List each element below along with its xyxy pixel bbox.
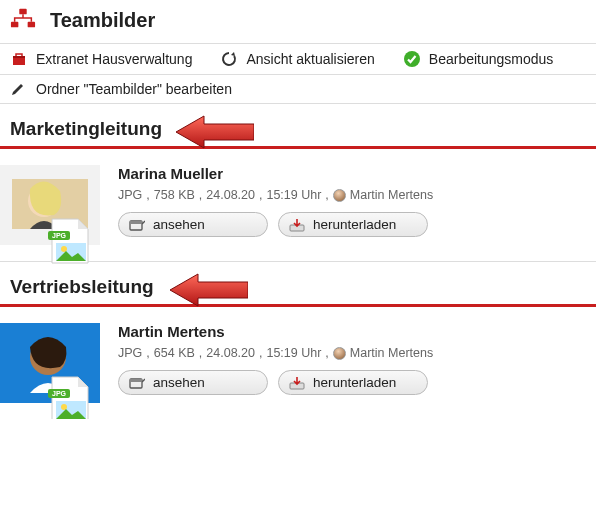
entry-body: Marina Mueller JPG, 758 KB, 24.08.20, 15…	[118, 165, 586, 245]
svg-text:JPG: JPG	[52, 390, 67, 397]
download-label: herunterladen	[313, 375, 396, 390]
meta-date: 24.08.20	[206, 188, 255, 202]
toolbar: Extranet Hausverwaltung Ansicht aktualis…	[0, 43, 596, 75]
thumbnail-wrap: JPG	[0, 165, 100, 245]
entry-meta: JPG, 654 KB, 24.08.20, 15:19 Uhr, Martin…	[118, 346, 586, 360]
toolbar-refresh-label: Ansicht aktualisieren	[246, 51, 374, 67]
download-icon	[289, 376, 305, 390]
toolbar-extranet[interactable]: Extranet Hausverwaltung	[10, 50, 192, 68]
edit-folder-label: Ordner "Teambilder" bearbeiten	[36, 81, 232, 97]
download-button[interactable]: herunterladen	[278, 370, 428, 395]
view-label: ansehen	[153, 375, 205, 390]
page-title: Teambilder	[50, 9, 155, 32]
section-heading: Marketingleitung	[0, 104, 596, 149]
meta-uploader: Martin Mertens	[350, 188, 433, 202]
avatar-icon	[333, 347, 346, 360]
meta-time: 15:19 Uhr	[266, 188, 321, 202]
pencil-icon	[10, 81, 26, 97]
section-marketing: Marketingleitung JPG	[0, 104, 596, 262]
meta-format: JPG	[118, 346, 142, 360]
svg-rect-0	[19, 9, 26, 15]
svg-text:JPG: JPG	[52, 232, 67, 239]
jpg-file-icon: JPG	[46, 375, 96, 419]
download-button[interactable]: herunterladen	[278, 212, 428, 237]
meta-date: 24.08.20	[206, 346, 255, 360]
svg-rect-13	[130, 221, 142, 224]
section-heading: Vertriebsleitung	[0, 262, 596, 307]
entry-title: Marina Mueller	[118, 165, 586, 182]
edit-folder-link[interactable]: Ordner "Teambilder" bearbeiten	[36, 81, 232, 97]
button-row: ansehen herunterladen	[118, 212, 586, 237]
page-header: Teambilder	[0, 0, 596, 43]
check-circle-icon	[403, 50, 421, 68]
download-icon	[289, 218, 305, 232]
avatar-icon	[333, 189, 346, 202]
entry-meta: JPG, 758 KB, 24.08.20, 15:19 Uhr, Martin…	[118, 188, 586, 202]
file-entry: JPG Marina Mueller JPG, 758 KB, 24.08.20…	[0, 149, 596, 262]
svg-rect-1	[11, 22, 18, 28]
entry-body: Martin Mertens JPG, 654 KB, 24.08.20, 15…	[118, 323, 586, 403]
svg-rect-22	[130, 379, 142, 382]
toolbar-extranet-label: Extranet Hausverwaltung	[36, 51, 192, 67]
meta-size: 654 KB	[154, 346, 195, 360]
view-icon	[129, 376, 145, 390]
toolbar-editmode-label: Bearbeitungsmodus	[429, 51, 554, 67]
jpg-file-icon: JPG	[46, 217, 96, 267]
meta-uploader: Martin Mertens	[350, 346, 433, 360]
briefcase-icon	[10, 50, 28, 68]
svg-rect-3	[13, 56, 25, 58]
thumbnail-wrap: JPG	[0, 323, 100, 403]
button-row: ansehen herunterladen	[118, 370, 586, 395]
section-vertrieb: Vertriebsleitung JPG	[0, 262, 596, 419]
file-entry: JPG Martin Mertens JPG, 654 KB, 24.08.20…	[0, 307, 596, 419]
folder-hierarchy-icon	[10, 8, 36, 33]
view-button[interactable]: ansehen	[118, 212, 268, 237]
toolbar-refresh[interactable]: Ansicht aktualisieren	[220, 50, 374, 68]
meta-time: 15:19 Uhr	[266, 346, 321, 360]
svg-rect-2	[28, 22, 35, 28]
entry-title: Martin Mertens	[118, 323, 586, 340]
subtoolbar: Ordner "Teambilder" bearbeiten	[0, 75, 596, 104]
meta-format: JPG	[118, 188, 142, 202]
view-button[interactable]: ansehen	[118, 370, 268, 395]
view-icon	[129, 218, 145, 232]
toolbar-editmode[interactable]: Bearbeitungsmodus	[403, 50, 554, 68]
download-label: herunterladen	[313, 217, 396, 232]
refresh-icon	[220, 50, 238, 68]
meta-size: 758 KB	[154, 188, 195, 202]
view-label: ansehen	[153, 217, 205, 232]
